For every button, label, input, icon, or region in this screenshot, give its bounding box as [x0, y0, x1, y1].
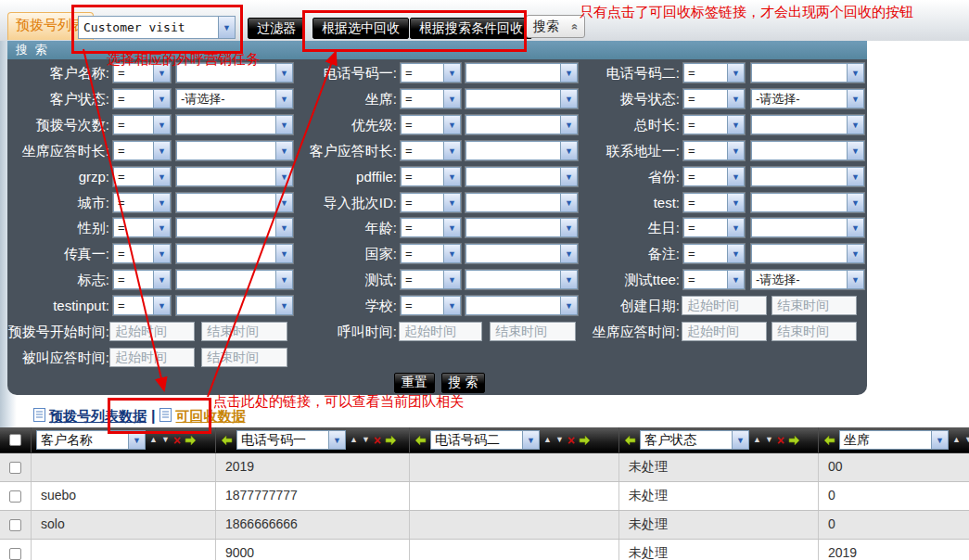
chevron-down-icon[interactable]: ▼: [153, 64, 170, 82]
x-icon[interactable]: ×: [173, 434, 181, 447]
value-select[interactable]: -请选择- ▼: [751, 270, 864, 289]
chevron-down-icon[interactable]: ▼: [443, 168, 460, 185]
chevron-down-icon[interactable]: ▼: [727, 142, 744, 159]
green-arrow-left-icon[interactable]: [624, 435, 636, 446]
chevron-down-icon[interactable]: ▼: [443, 90, 460, 108]
chevron-down-icon[interactable]: ▼: [153, 90, 170, 108]
chevron-down-icon[interactable]: ▼: [847, 90, 863, 108]
triangle-up-icon[interactable]: ▲: [753, 436, 761, 444]
chevron-down-icon[interactable]: ▼: [153, 271, 170, 288]
operator-select[interactable]: = ▼: [401, 193, 461, 212]
filter-button[interactable]: 过滤器: [248, 18, 305, 39]
chevron-down-icon[interactable]: ▼: [847, 116, 863, 134]
chevron-down-icon[interactable]: ▼: [847, 219, 863, 236]
chevron-down-icon[interactable]: ▼: [218, 17, 235, 38]
chevron-down-icon[interactable]: ▼: [727, 194, 744, 211]
operator-select[interactable]: = ▼: [113, 63, 171, 83]
chevron-down-icon[interactable]: ▼: [847, 194, 863, 211]
triangle-up-icon[interactable]: ▲: [350, 436, 358, 444]
search-collapse-button[interactable]: 搜索 »: [526, 15, 585, 38]
chevron-down-icon[interactable]: ▼: [443, 297, 460, 314]
value-select[interactable]: ▼: [751, 244, 864, 263]
select-all-checkbox[interactable]: [9, 434, 21, 446]
triangle-up-icon[interactable]: ▲: [149, 436, 158, 444]
chevron-down-icon[interactable]: ▼: [153, 142, 170, 159]
chevron-down-icon[interactable]: ▼: [443, 64, 460, 82]
date-end-input[interactable]: 结束时间: [201, 348, 287, 367]
chevron-down-icon[interactable]: ▼: [153, 168, 170, 185]
green-arrow-left-icon[interactable]: [221, 435, 233, 446]
chevron-down-icon[interactable]: ▼: [443, 142, 460, 159]
operator-select[interactable]: = ▼: [113, 193, 171, 212]
date-end-input[interactable]: 结束时间: [771, 322, 857, 341]
green-arrow-right-icon[interactable]: [185, 435, 197, 446]
chevron-down-icon[interactable]: ▼: [443, 219, 460, 236]
value-select[interactable]: ▼: [751, 141, 864, 160]
chevron-down-icon[interactable]: ▼: [847, 271, 863, 288]
recyclable-data-link[interactable]: 可回收数据: [175, 408, 245, 426]
date-start-input[interactable]: 起始时间: [682, 296, 767, 315]
operator-select[interactable]: = ▼: [683, 244, 745, 263]
chevron-down-icon[interactable]: ▼: [443, 116, 460, 134]
chevron-down-icon[interactable]: ▼: [153, 116, 170, 134]
triangle-down-icon[interactable]: ▼: [161, 436, 170, 444]
triangle-up-icon[interactable]: ▲: [952, 436, 961, 444]
operator-select[interactable]: = ▼: [683, 193, 745, 212]
green-arrow-right-icon[interactable]: [788, 435, 800, 446]
operator-select[interactable]: = ▼: [401, 296, 461, 315]
chevron-down-icon[interactable]: ▼: [522, 431, 539, 449]
chevron-down-icon[interactable]: ▼: [847, 142, 863, 159]
prelist-data-link[interactable]: 预拨号列表数据: [49, 408, 147, 426]
row-checkbox[interactable]: [9, 462, 21, 474]
triangle-down-icon[interactable]: ▼: [362, 436, 370, 444]
chevron-down-icon[interactable]: ▼: [153, 219, 170, 236]
chevron-down-icon[interactable]: ▼: [847, 168, 863, 185]
chevron-down-icon[interactable]: ▼: [727, 90, 744, 108]
chevron-down-icon[interactable]: ▼: [931, 431, 948, 449]
date-start-input[interactable]: 起始时间: [109, 348, 195, 367]
chevron-down-icon[interactable]: ▼: [727, 271, 744, 288]
column-select[interactable]: 坐席 ▼: [839, 430, 949, 450]
green-arrow-left-icon[interactable]: [823, 435, 835, 446]
operator-select[interactable]: = ▼: [683, 270, 745, 289]
operator-select[interactable]: = ▼: [401, 270, 461, 289]
chevron-down-icon[interactable]: ▼: [328, 431, 345, 449]
chevron-down-icon[interactable]: ▼: [727, 168, 744, 185]
operator-select[interactable]: = ▼: [401, 89, 461, 108]
row-checkbox[interactable]: [9, 490, 21, 503]
chevron-down-icon[interactable]: ▼: [732, 431, 748, 449]
column-select[interactable]: 电话号码一 ▼: [236, 430, 346, 450]
column-select[interactable]: 客户名称 ▼: [36, 430, 146, 450]
operator-select[interactable]: = ▼: [683, 167, 745, 186]
operator-select[interactable]: = ▼: [113, 244, 171, 263]
value-select[interactable]: -请选择- ▼: [751, 89, 864, 108]
chevron-down-icon[interactable]: ▼: [847, 64, 863, 82]
reset-button[interactable]: 重置: [394, 373, 435, 393]
x-icon[interactable]: ×: [567, 434, 575, 447]
chevron-down-icon[interactable]: ▼: [727, 245, 744, 262]
operator-select[interactable]: = ▼: [113, 270, 171, 289]
triangle-down-icon[interactable]: ▼: [555, 436, 564, 444]
search-button[interactable]: 搜 索: [441, 373, 485, 393]
chevron-down-icon[interactable]: ▼: [443, 194, 460, 211]
operator-select[interactable]: = ▼: [113, 141, 171, 160]
operator-select[interactable]: = ▼: [401, 141, 461, 160]
date-start-input[interactable]: 起始时间: [399, 322, 482, 341]
operator-select[interactable]: = ▼: [401, 63, 461, 83]
operator-select[interactable]: = ▼: [683, 89, 745, 108]
triangle-up-icon[interactable]: ▲: [543, 436, 552, 444]
chevron-down-icon[interactable]: ▼: [153, 297, 170, 314]
operator-select[interactable]: = ▼: [401, 115, 461, 134]
row-checkbox[interactable]: [9, 548, 21, 560]
chevron-down-icon[interactable]: ▼: [153, 194, 170, 211]
operator-select[interactable]: = ▼: [113, 218, 171, 237]
green-arrow-right-icon[interactable]: [385, 435, 397, 446]
operator-select[interactable]: = ▼: [683, 63, 745, 83]
operator-select[interactable]: = ▼: [401, 218, 461, 237]
operator-select[interactable]: = ▼: [113, 89, 171, 108]
green-arrow-left-icon[interactable]: [414, 435, 427, 446]
chevron-down-icon[interactable]: ▼: [727, 219, 744, 236]
column-select[interactable]: 客户状态 ▼: [640, 430, 749, 450]
value-select[interactable]: ▼: [751, 63, 864, 83]
operator-select[interactable]: = ▼: [401, 167, 461, 186]
